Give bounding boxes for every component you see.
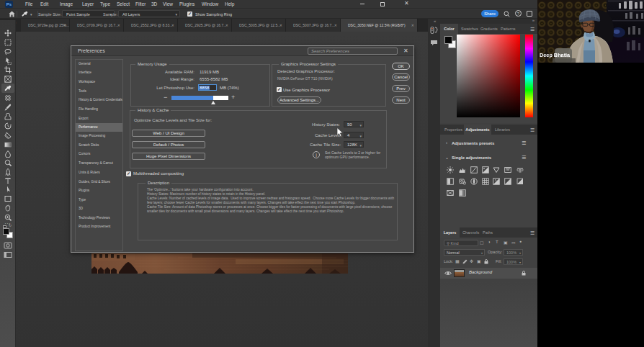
svg-text:Deep Bhatia: Deep Bhatia: [540, 52, 571, 58]
